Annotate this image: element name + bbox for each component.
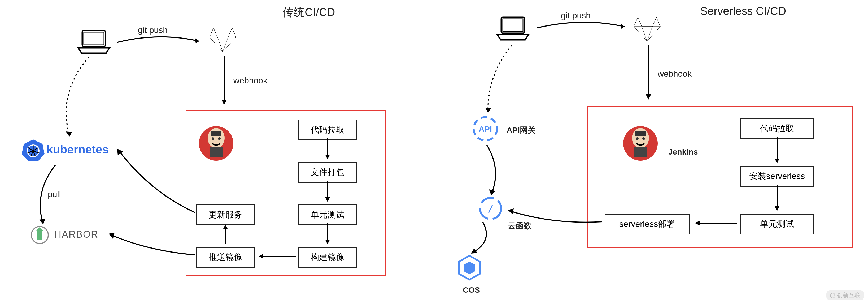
svg-marker-51 — [775, 206, 779, 211]
left-title: 传统CI/CD — [282, 5, 335, 20]
gitlab-icon — [207, 25, 239, 54]
cos-icon — [456, 254, 483, 283]
step-update-service-left: 更新服务 — [196, 204, 255, 225]
step-unit-test-left: 单元测试 — [298, 204, 357, 225]
step-file-pack-left: 文件打包 — [298, 162, 357, 183]
svg-point-46 — [636, 137, 639, 140]
svg-rect-8 — [210, 147, 223, 158]
cos-label: COS — [463, 285, 480, 295]
svg-marker-18 — [258, 254, 264, 259]
git-push-label-left: git push — [138, 25, 167, 35]
api-gateway-label: API网关 — [506, 125, 536, 136]
svg-point-47 — [642, 137, 645, 140]
svg-marker-63 — [508, 209, 514, 214]
laptop-icon-right — [496, 15, 530, 44]
svg-rect-7 — [211, 132, 221, 136]
svg-marker-20 — [223, 224, 228, 229]
right-title: Serverless CI/CD — [700, 5, 786, 18]
jenkins-label: Jenkins — [668, 147, 698, 157]
svg-marker-34 — [39, 219, 45, 224]
step-build-image-left: 构建镜像 — [298, 247, 357, 268]
svg-point-10 — [218, 137, 221, 140]
cloud-function-icon: / — [477, 195, 504, 222]
svg-marker-41 — [646, 94, 651, 100]
svg-marker-60 — [485, 108, 491, 113]
webhook-label-right: webhook — [658, 69, 692, 79]
laptop-icon — [77, 28, 112, 57]
arrow-func-cos — [467, 222, 499, 256]
arrow-deploy-func — [505, 206, 604, 227]
svg-marker-49 — [775, 159, 779, 163]
svg-rect-45 — [634, 147, 647, 158]
step-code-pull-left: 代码拉取 — [298, 119, 357, 140]
step-serverless-deploy: serverless部署 — [604, 214, 689, 235]
svg-point-9 — [212, 137, 214, 140]
svg-rect-31 — [37, 230, 42, 240]
svg-marker-4 — [221, 100, 227, 105]
svg-marker-32 — [36, 227, 43, 230]
arrow-dotted-laptop-api — [477, 45, 525, 114]
svg-text:/: / — [488, 203, 494, 214]
arrow-left-v2 — [323, 181, 332, 204]
api-gateway-icon: API — [471, 114, 500, 143]
svg-marker-33 — [66, 132, 72, 137]
webhook-label-left: webhook — [234, 76, 267, 85]
jenkins-icon-right — [622, 122, 659, 165]
step-unit-test-right: 单元测试 — [740, 214, 814, 235]
harbor-label: HARBOR — [54, 229, 98, 240]
gitlab-icon-right — [631, 15, 663, 44]
arrow-dotted-laptop-kube — [48, 57, 101, 139]
jenkins-icon-left — [197, 122, 235, 165]
arrow-left-v4 — [221, 223, 229, 247]
arrow-webhook-left — [219, 56, 229, 109]
svg-rect-38 — [503, 19, 523, 32]
svg-marker-36 — [109, 232, 115, 239]
arrow-git-push-left — [114, 33, 204, 49]
arrow-left-v3 — [323, 223, 332, 247]
harbor-icon — [31, 226, 49, 244]
arrow-left-v1 — [323, 138, 332, 162]
step-install-serverless: 安装serverless — [740, 166, 814, 187]
arrow-update-kube — [114, 147, 199, 216]
kubernetes-icon — [21, 138, 45, 162]
svg-marker-12 — [325, 155, 330, 159]
arrow-left-h1 — [256, 252, 298, 260]
step-code-pull-right: 代码拉取 — [740, 118, 814, 139]
svg-marker-16 — [325, 240, 330, 244]
arrow-push-harbor — [106, 231, 197, 260]
arrow-right-v2 — [773, 185, 781, 214]
svg-marker-14 — [325, 197, 330, 202]
svg-rect-1 — [84, 32, 104, 45]
pull-label: pull — [48, 189, 61, 199]
svg-rect-44 — [635, 132, 646, 136]
kubernetes-label: kubernetes — [46, 143, 109, 156]
watermark: CX创新互联 — [826, 290, 864, 300]
arrow-right-h1 — [692, 219, 740, 227]
svg-marker-61 — [489, 189, 495, 195]
arrow-right-v1 — [773, 137, 781, 166]
step-push-image-left: 推送镜像 — [196, 247, 255, 268]
svg-marker-59 — [464, 261, 475, 274]
svg-text:API: API — [479, 125, 492, 133]
arrow-api-func — [477, 145, 509, 196]
svg-marker-53 — [695, 221, 700, 225]
arrow-webhook-right — [643, 45, 654, 104]
git-push-label-right: git push — [561, 10, 591, 21]
arrow-git-push-right — [534, 19, 630, 34]
diagram-canvas: 传统CI/CD git push webhook 代码拉取 文件打包 单元测试 — [0, 0, 868, 303]
